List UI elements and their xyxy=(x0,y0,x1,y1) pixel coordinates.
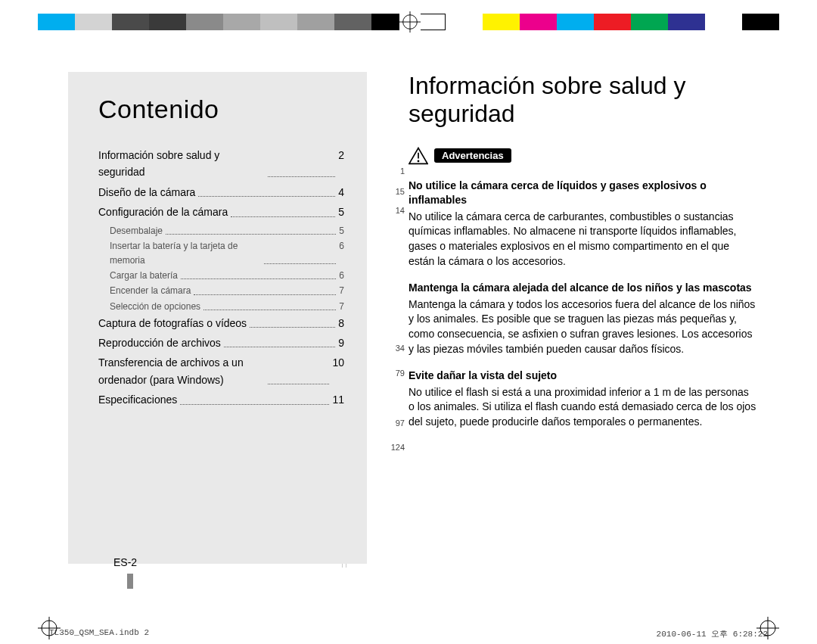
toc-subitem-label: Desembalaje xyxy=(110,224,163,238)
warning-triangle-icon xyxy=(408,147,428,165)
toc-dots xyxy=(268,147,335,177)
toc-item-page: 4 xyxy=(338,184,344,201)
toc-main-item: Reproducción de archivos9 xyxy=(98,334,344,351)
safety-block-heading: Mantenga la cámara alejada del alcance d… xyxy=(408,281,756,296)
toc-dots xyxy=(203,300,336,310)
toc-sub-item: Selección de opciones7 xyxy=(110,300,344,314)
color-swatch xyxy=(446,14,483,30)
toc-side-number: 15 xyxy=(396,187,405,196)
toc-main-item: Información sobre salud y seguridad2 xyxy=(98,147,344,181)
page-body: Contenido Información sobre salud y segu… xyxy=(45,45,772,636)
toc-dots xyxy=(181,269,336,279)
toc-sub-item: Encender la cámara7 xyxy=(110,284,344,298)
toc-side-number: 14 xyxy=(396,206,405,215)
color-swatch xyxy=(297,14,334,30)
footer-filename: TL350_QSM_SEA.indb 2 xyxy=(49,628,149,637)
toc-item-page: 11 xyxy=(332,391,344,408)
toc-dots xyxy=(180,391,329,404)
toc-item-label: Reproducción de archivos xyxy=(98,334,221,351)
toc-sublist: Desembalaje5Insertar la batería y la tar… xyxy=(110,224,344,314)
toc-dots xyxy=(198,184,335,197)
color-swatch xyxy=(631,14,668,30)
toc-main-item: Captura de fotografías o vídeos8 xyxy=(98,315,344,331)
color-swatch xyxy=(668,14,705,30)
contents-title: Contenido xyxy=(98,95,344,124)
color-swatch xyxy=(149,14,186,30)
safety-block-heading: Evite dañar la vista del sujeto xyxy=(408,369,756,384)
warnings-badge: Advertencias xyxy=(434,148,511,163)
toc-side-number: 124 xyxy=(391,443,405,452)
toc-side-number: 1 xyxy=(400,166,405,176)
toc-dots xyxy=(224,334,335,347)
safety-title: Información sobre salud y seguridad xyxy=(408,72,756,128)
toc-main-item: Especificaciones11 xyxy=(98,391,344,408)
toc-item-page: 9 xyxy=(338,334,344,351)
toc-sub-item: Insertar la batería y la tarjeta de memo… xyxy=(110,239,344,268)
toc-main-item: Diseño de la cámara4 xyxy=(98,184,344,201)
footer-timestamp: 2010-06-11 오후 6:28:22 xyxy=(657,628,768,639)
registration-mark-top xyxy=(399,9,421,35)
toc-item-page: 5 xyxy=(338,204,344,220)
color-swatch xyxy=(557,14,594,30)
toc-main-item: Transferencia de archivos a un ordenador… xyxy=(98,354,344,388)
toc-item-label: Información sobre salud y seguridad xyxy=(98,147,265,181)
toc-item-label: Especificaciones xyxy=(98,391,177,408)
safety-block: Mantenga la cámara alejada del alcance d… xyxy=(408,281,756,356)
color-swatch xyxy=(112,14,149,30)
toc-side-number: 97 xyxy=(396,418,405,428)
toc-item-page: 2 xyxy=(338,147,344,181)
toc-item-label: Diseño de la cámara xyxy=(98,184,195,201)
toc-sub-item: Desembalaje5 xyxy=(110,224,344,238)
toc-side-number: 79 xyxy=(396,369,405,378)
toc-sub-item: Cargar la batería6 xyxy=(110,269,344,283)
toc-dots xyxy=(264,239,336,264)
safety-section: Información sobre salud y seguridad Adve… xyxy=(408,72,756,442)
color-swatch xyxy=(520,14,557,30)
page-number-marker xyxy=(127,574,133,589)
toc-item-label: Captura de fotografías o vídeos xyxy=(98,315,247,331)
color-swatch xyxy=(223,14,260,30)
color-swatch xyxy=(594,14,631,30)
toc-dots xyxy=(231,204,335,216)
toc-main-item: Configuración de la cámara5 xyxy=(98,204,344,220)
safety-block: Evite dañar la vista del sujetoNo utilic… xyxy=(408,369,756,429)
safety-block: No utilice la cámara cerca de líquidos y… xyxy=(408,179,756,269)
registration-mark-br xyxy=(756,617,779,639)
safety-block-heading: No utilice la cámara cerca de líquidos y… xyxy=(408,179,756,208)
toc-list: Información sobre salud y seguridad2Dise… xyxy=(98,147,344,409)
toc-item-page: 8 xyxy=(338,315,344,331)
color-swatch xyxy=(186,14,223,30)
safety-block-body: No utilice la cámara cerca de carburante… xyxy=(408,210,756,269)
toc-subitem-label: Encender la cámara xyxy=(110,284,191,298)
color-swatch xyxy=(260,14,297,30)
toc-subitem-label: Selección de opciones xyxy=(110,300,200,314)
page-number: ES-2 xyxy=(113,556,137,568)
color-swatch xyxy=(38,14,75,30)
toc-subitem-label: Insertar la batería y la tarjeta de memo… xyxy=(110,239,261,268)
color-swatch xyxy=(75,14,112,30)
safety-block-body: No utilice el flash si está a una proxim… xyxy=(408,385,756,430)
toc-subitem-page: 6 xyxy=(339,269,344,283)
toc-item-label: Configuración de la cámara xyxy=(98,204,228,220)
svg-point-4 xyxy=(418,160,420,162)
toc-dots xyxy=(166,224,336,235)
color-swatch xyxy=(334,14,371,30)
contents-panel: Contenido Información sobre salud y segu… xyxy=(68,72,367,564)
toc-subitem-page: 5 xyxy=(339,224,344,238)
toc-item-label: Transferencia de archivos a un ordenador… xyxy=(98,354,265,388)
warnings-header: Advertencias xyxy=(408,147,756,165)
toc-dots xyxy=(268,354,329,384)
toc-subitem-page: 7 xyxy=(339,284,344,298)
safety-block-body: Mantenga la cámara y todos los accesorio… xyxy=(408,297,756,356)
toc-subitem-label: Cargar la batería xyxy=(110,269,178,283)
toc-subitem-page: 7 xyxy=(339,300,344,314)
color-swatch xyxy=(483,14,520,30)
toc-subitem-page: 6 xyxy=(339,239,344,268)
toc-item-page: 10 xyxy=(332,354,344,388)
toc-side-number: 34 xyxy=(396,344,405,353)
toc-dots xyxy=(194,284,336,294)
color-swatch xyxy=(705,14,742,30)
color-swatch xyxy=(742,14,779,30)
registration-mark-bl xyxy=(38,617,61,639)
toc-dots xyxy=(250,315,335,328)
